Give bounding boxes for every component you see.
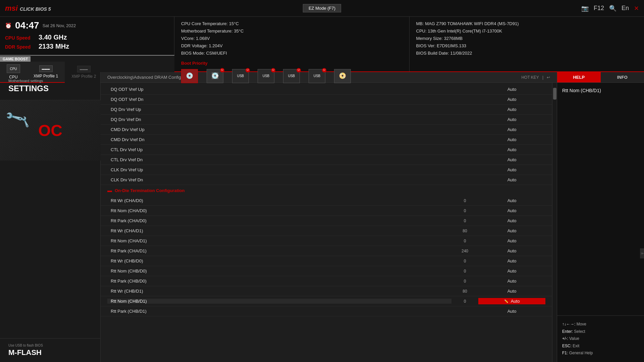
sidebar-spacer <box>0 161 100 338</box>
setting-value: Auto <box>478 106 545 113</box>
settings-row-odt-11[interactable]: Rtt Park (CHB/D1) Auto <box>101 306 552 316</box>
settings-row-odt-1[interactable]: Rtt Nom (CHA/D0) 0 Auto <box>101 206 552 216</box>
cpu-temp-value: 15°C <box>229 21 239 26</box>
shortcut-key: ↑↓←→: <box>562 322 575 326</box>
scrollbar-thumb[interactable] <box>553 88 556 100</box>
settings-row-top-7[interactable]: CTL Drv Vref Dn Auto <box>101 155 552 165</box>
settings-row-top-1[interactable]: DQ ODT Vref Dn Auto <box>101 95 552 105</box>
settings-row-odt-6[interactable]: Rtt Wr (CHB/D0) 0 Auto <box>101 256 552 266</box>
boot-device-1[interactable]: 💽U <box>207 69 223 83</box>
sidebar-mflash[interactable]: Use USB to flash BIOS M-FLASH <box>0 338 100 362</box>
boot-device-usb-3[interactable]: USBU <box>283 69 300 83</box>
info-center: CPU Core Temperature: 15°C Motherboard T… <box>174 17 410 71</box>
setting-value: Auto <box>478 218 545 224</box>
cpu-speed-row: CPU Speed 3.40 GHz <box>5 34 169 41</box>
setting-name: CMD Drv Vref Up <box>107 127 451 132</box>
cpu-temp: CPU Core Temperature: 15°C <box>181 20 402 27</box>
collapse-icon[interactable]: ▬ <box>107 188 112 193</box>
setting-num: 0 <box>451 279 478 284</box>
settings-row-top-4[interactable]: CMD Drv Vref Up Auto <box>101 125 552 135</box>
back-icon[interactable]: ↩ <box>547 75 550 80</box>
cpu-temp-label: CPU Core Temperature: <box>181 21 228 26</box>
setting-num: 80 <box>451 229 478 233</box>
boot-device-usb-4[interactable]: USBU <box>309 69 325 83</box>
top-rows-container: DQ ODT Vref Up Auto DQ ODT Vref Dn Auto … <box>101 84 552 185</box>
settings-row-odt-8[interactable]: Rtt Park (CHB/D0) 0 Auto <box>101 276 552 286</box>
setting-name: Rtt Wr (CHB/D0) <box>107 258 451 263</box>
settings-row-top-5[interactable]: CMD Drv Vref Dn Auto <box>101 135 552 145</box>
settings-row-top-8[interactable]: CLK Drv Vref Up Auto <box>101 165 552 175</box>
settings-row-odt-5[interactable]: Rtt Park (CHA/D1) 240 Auto <box>101 246 552 256</box>
setting-value: Auto <box>478 167 545 173</box>
cpu-info: CPU: 13th Gen Intel(R) Core(TM) i7-13700… <box>416 27 638 35</box>
info-left: ⏰ 04:47 Sat 26 Nov, 2022 CPU Speed 3.40 … <box>0 17 174 55</box>
settings-row-odt-2[interactable]: Rtt Park (CHA/D0) 0 Auto <box>101 216 552 226</box>
settings-row-odt-10[interactable]: Rtt Nom (CHB/D1) 0 ✏️Auto <box>101 296 552 306</box>
info-bar: ⏰ 04:47 Sat 26 Nov, 2022 CPU Speed 3.40 … <box>0 17 644 72</box>
ddr-voltage-value: 1.204V <box>209 43 222 48</box>
tab-help[interactable]: HELP <box>557 72 601 82</box>
boot-device-0[interactable]: 💿 <box>181 69 198 83</box>
header-right: 📷 F12 🔍 En ✕ <box>581 5 639 12</box>
settings-row-top-2[interactable]: DQ Drv Vref Up Auto <box>101 105 552 115</box>
setting-name: Rtt Nom (CHB/D1) <box>107 299 451 304</box>
setting-value: Auto <box>478 258 545 264</box>
setting-value: Auto <box>478 116 545 123</box>
mem-value: 32768MB <box>444 36 463 41</box>
setting-name: Rtt Park (CHA/D0) <box>107 218 451 223</box>
close-icon[interactable]: ✕ <box>634 5 639 12</box>
settings-row-odt-0[interactable]: Rtt Wr (CHA/D0) 0 Auto <box>101 196 552 206</box>
shortcut-item: Enter: Select <box>562 328 639 336</box>
tab-info[interactable]: INFO <box>601 72 644 82</box>
shortcut-item: F1: General Help <box>562 350 639 357</box>
sidebar-settings-title: SETTINGS <box>8 84 92 93</box>
setting-num: 0 <box>451 259 478 263</box>
setting-value: Auto <box>478 136 545 143</box>
clock-icon: ⏰ <box>5 22 12 29</box>
setting-name: CTL Drv Vref Dn <box>107 157 451 162</box>
hotkey-area: HOT KEY | ↩ <box>521 75 550 80</box>
cpu-label: CPU: <box>416 28 427 34</box>
settings-row-top-0[interactable]: DQ ODT Vref Up Auto <box>101 84 552 95</box>
f12-label[interactable]: F12 <box>594 5 604 12</box>
ez-mode-button[interactable]: EZ Mode (F7) <box>303 4 341 12</box>
setting-name: DQ ODT Vref Dn <box>107 97 451 102</box>
settings-row-odt-3[interactable]: Rtt Wr (CHA/D1) 80 Auto <box>101 226 552 236</box>
main-area: Motherboard settings SETTINGS 🔧 🔧 OC Use… <box>0 72 644 362</box>
setting-value: Auto <box>478 177 545 183</box>
settings-row-top-6[interactable]: CTL Drv Vref Up Auto <box>101 145 552 155</box>
odt-section-label: On-Die Termination Configuration <box>115 188 184 193</box>
panel-expand-handle[interactable]: ≫ <box>640 248 644 258</box>
mb-label: MB: <box>416 21 424 26</box>
bios-ver-info: BIOS Ver: E7D91IMS.133 <box>416 42 638 50</box>
screenshot-icon[interactable]: 📷 <box>581 5 589 12</box>
settings-row-odt-7[interactable]: Rtt Nom (CHB/D0) 0 Auto <box>101 266 552 276</box>
setting-name: DQ ODT Vref Up <box>107 87 451 92</box>
setting-value: Auto <box>478 146 545 153</box>
sidebar-oc-area[interactable]: 🔧 🔧 OC <box>0 100 101 161</box>
bios-date-info: BIOS Build Date: 11/08/2022 <box>416 50 638 57</box>
setting-name: DQ Drv Vref Up <box>107 107 451 112</box>
hotkey-divider: | <box>542 75 543 80</box>
search-icon[interactable]: 🔍 <box>609 5 616 12</box>
boot-device-usb-1[interactable]: USBU <box>232 69 249 83</box>
shortcut-item: ESC: Exit <box>562 343 639 350</box>
odt-section-header[interactable]: ▬ On-Die Termination Configuration <box>101 185 552 196</box>
content-area: Overclocking\Advanced DRAM Configuration… <box>101 72 557 362</box>
setting-num: 80 <box>451 289 478 294</box>
mb-temp: Motherboard Temperature: 35°C <box>181 27 402 35</box>
settings-row-odt-4[interactable]: Rtt Nom (CHA/D1) 0 Auto <box>101 236 552 246</box>
ddr-speed-value: 2133 MHz <box>39 43 69 50</box>
scrollbar[interactable] <box>552 83 557 362</box>
settings-row-odt-9[interactable]: Rtt Wr (CHB/D1) 80 Auto <box>101 286 552 296</box>
settings-table[interactable]: DQ ODT Vref Up Auto DQ ODT Vref Dn Auto … <box>101 83 552 362</box>
boot-device-disk[interactable]: 📀 <box>334 69 351 83</box>
sidebar-item-settings[interactable]: Motherboard settings SETTINGS <box>0 72 100 100</box>
boot-device-usb-2[interactable]: USBU <box>258 69 274 83</box>
clock-line: ⏰ 04:47 Sat 26 Nov, 2022 <box>5 20 169 31</box>
setting-name: Rtt Nom (CHB/D0) <box>107 268 451 274</box>
settings-row-top-3[interactable]: DQ Drv Vref Dn Auto <box>101 115 552 125</box>
setting-value: Auto <box>478 248 545 254</box>
settings-row-top-9[interactable]: CLK Drv Vref Dn Auto <box>101 175 552 185</box>
lang-label[interactable]: En <box>622 5 629 12</box>
